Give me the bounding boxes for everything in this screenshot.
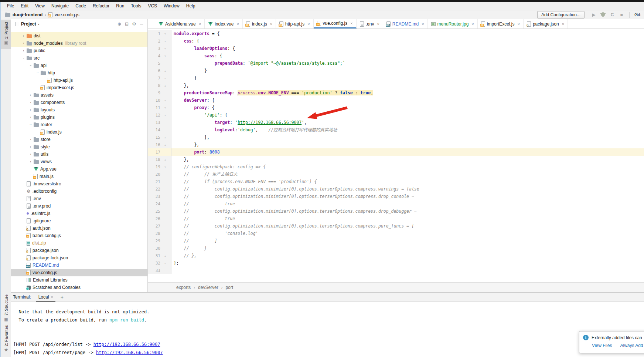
project-panel-title[interactable]: Project: [21, 21, 36, 27]
tree-item-style[interactable]: ›style: [11, 143, 147, 151]
close-icon[interactable]: ×: [237, 22, 239, 26]
debug-icon[interactable]: [600, 12, 606, 18]
tree-item-index-js[interactable]: JSindex.js: [11, 128, 147, 136]
chevron-icon[interactable]: ›: [29, 63, 33, 69]
toolwindow-favorites-button[interactable]: 2: Favorites ★: [1, 324, 11, 355]
chevron-icon[interactable]: ›: [27, 145, 34, 149]
gutter[interactable]: 25: [148, 208, 171, 215]
fold-marker-icon[interactable]: ▿: [160, 40, 170, 43]
toolwindow-structure-button[interactable]: 7: Structure ▦: [1, 293, 11, 319]
gutter[interactable]: 1▿: [148, 30, 171, 37]
editor-tab-importexcel-js[interactable]: JSimportExcel.js×: [478, 19, 524, 28]
chevron-down-icon[interactable]: ▾: [38, 23, 40, 26]
chevron-icon[interactable]: ›: [27, 160, 34, 164]
tree-item--env[interactable]: .env: [11, 195, 147, 202]
fold-marker-icon[interactable]: ▵: [160, 158, 170, 161]
tree-item--editorconfig[interactable]: ⚙.editorconfig: [11, 188, 147, 195]
close-icon[interactable]: ×: [199, 22, 201, 26]
fold-marker-icon[interactable]: ▿: [160, 54, 170, 58]
tree-item-app-vue[interactable]: App.vue: [11, 165, 147, 173]
chevron-icon[interactable]: ›: [27, 115, 34, 119]
chevron-icon[interactable]: ›: [20, 34, 27, 38]
terminal-tab-local[interactable]: Local ×: [36, 293, 55, 302]
menu-item-vcs[interactable]: VCS: [144, 2, 160, 10]
coverage-icon[interactable]: C: [609, 12, 615, 17]
fold-marker-icon[interactable]: ▵: [160, 77, 170, 80]
fold-marker-icon[interactable]: ▿: [160, 99, 170, 102]
editor-breadcrumb-exports[interactable]: exports: [176, 285, 191, 290]
gutter[interactable]: 31▵: [148, 252, 171, 259]
gutter[interactable]: 29: [148, 237, 171, 245]
fold-marker-icon[interactable]: ▿: [160, 32, 170, 36]
tree-item-components[interactable]: ›components: [11, 99, 147, 106]
editor-tab-vue-config-js[interactable]: JSvue.config.js×: [314, 19, 357, 28]
tree-item-dist-zip[interactable]: dist.zip: [11, 239, 147, 247]
tree-item-assets[interactable]: ›assets: [11, 91, 147, 99]
tree-item-api[interactable]: ›api: [11, 62, 147, 69]
terminal-output[interactable]: Note that the development build is not o…: [11, 302, 644, 357]
chevron-icon[interactable]: ›: [27, 108, 34, 112]
gutter[interactable]: 11▿: [148, 104, 171, 111]
menu-item-file[interactable]: File: [4, 2, 17, 10]
gutter[interactable]: 22: [148, 185, 171, 193]
settings-gear-icon[interactable]: ⚙: [130, 21, 138, 27]
tree-item-views[interactable]: ›views: [11, 158, 147, 165]
gutter[interactable]: 9: [148, 89, 171, 97]
tree-item-public[interactable]: ›public: [11, 47, 147, 54]
git-branch-label[interactable]: Git:: [634, 12, 641, 17]
chevron-icon[interactable]: ›: [36, 70, 40, 76]
chevron-icon[interactable]: ›: [20, 49, 27, 53]
menu-item-tools[interactable]: Tools: [127, 2, 144, 10]
tree-item-readme-md[interactable]: MDREADME.md: [11, 262, 147, 269]
gutter[interactable]: 5: [148, 60, 171, 67]
editor-tab-asidemenu-vue[interactable]: AsideMenu.vue×: [155, 19, 205, 28]
gutter[interactable]: 10▿: [148, 97, 171, 104]
tree-item-utils[interactable]: ›utils: [11, 151, 147, 158]
close-icon[interactable]: ×: [51, 295, 53, 299]
add-configuration-button[interactable]: Add Configuration...: [537, 11, 585, 18]
gutter[interactable]: 21: [148, 178, 171, 185]
tree-item-babel-config-js[interactable]: JSbabel.config.js: [11, 232, 147, 239]
tree-item-auth-json[interactable]: {}auth.json: [11, 225, 147, 232]
editor-tab--env[interactable]: .env×: [357, 19, 383, 28]
gutter[interactable]: 6▵: [148, 67, 171, 74]
stop-icon[interactable]: ■: [619, 12, 624, 17]
gutter[interactable]: 4▿: [148, 52, 171, 60]
gutter[interactable]: 17: [148, 148, 171, 156]
chevron-icon[interactable]: ›: [29, 122, 33, 128]
menu-item-run[interactable]: Run: [113, 2, 127, 10]
chevron-icon[interactable]: ›: [22, 55, 25, 61]
fold-marker-icon[interactable]: ▵: [160, 136, 170, 139]
gutter[interactable]: 12▿: [148, 111, 171, 119]
notification-link-always-add[interactable]: Always Add: [620, 343, 643, 348]
fold-marker-icon[interactable]: ▵: [160, 69, 170, 73]
tree-item-router[interactable]: ›router: [11, 121, 147, 128]
tree-item--browserslistrc[interactable]: .browserslistrc: [11, 180, 147, 188]
fold-marker-icon[interactable]: ▿: [160, 114, 170, 117]
fold-marker-icon[interactable]: ▵: [160, 262, 170, 265]
tree-item-http[interactable]: ›http: [11, 69, 147, 77]
gutter[interactable]: 33: [148, 267, 171, 274]
locate-file-icon[interactable]: ⊕: [116, 21, 123, 27]
editor-tab-index-vue[interactable]: index.vue×: [205, 19, 243, 28]
tree-item-node-modules[interactable]: ›node_moduleslibrary root: [11, 40, 147, 47]
gutter[interactable]: 23: [148, 193, 171, 200]
gutter[interactable]: 27: [148, 222, 171, 230]
fold-marker-icon[interactable]: ▿: [160, 165, 170, 169]
chevron-icon[interactable]: ›: [27, 101, 34, 104]
editor-tab-http-api-js[interactable]: JShttp-api.js×: [276, 19, 313, 28]
menu-item-edit[interactable]: Edit: [17, 2, 32, 10]
gutter[interactable]: 32▵: [148, 259, 171, 267]
editor-tab-readme-md[interactable]: MDREADME.md×: [383, 19, 428, 28]
gutter[interactable]: 18▵: [148, 156, 171, 163]
tree-item-package-lock-json[interactable]: {}package-lock.json: [11, 254, 147, 262]
fold-marker-icon[interactable]: ▿: [160, 106, 170, 110]
fold-marker-icon[interactable]: ▿: [160, 47, 170, 50]
tree-item--eslintrc-js[interactable]: .eslintrc.js: [11, 210, 147, 217]
close-icon[interactable]: ×: [471, 22, 474, 26]
chevron-icon[interactable]: ›: [27, 93, 34, 97]
menu-item-navigate[interactable]: Navigate: [48, 2, 72, 10]
gutter[interactable]: 15▵: [148, 134, 171, 141]
chevron-icon[interactable]: ›: [27, 152, 34, 156]
menu-item-code[interactable]: Code: [72, 2, 89, 10]
